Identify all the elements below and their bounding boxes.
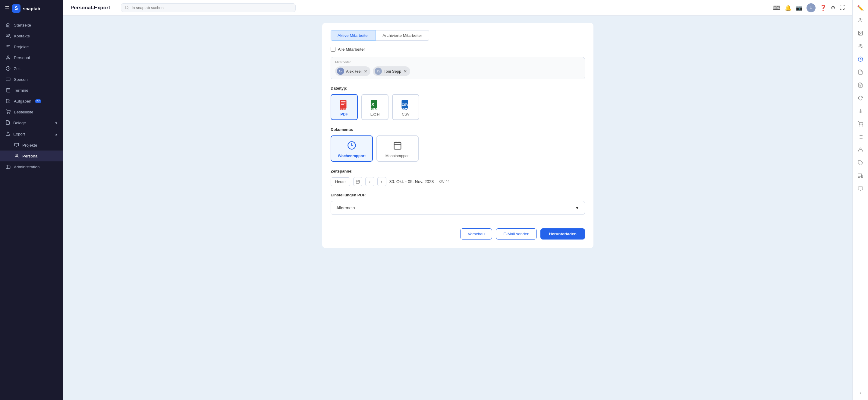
right-edit-icon[interactable]: ✏️ — [857, 5, 864, 11]
keyboard-icon[interactable]: ⌨ — [773, 4, 781, 11]
alle-mitarbeiter-label[interactable]: Alle Mitarbeiter — [338, 47, 365, 52]
sidebar-item-belege[interactable]: Belege ▼ — [0, 117, 63, 128]
dateityp-section: Dateityp: PDF PDF XXLS Excel — [331, 86, 585, 120]
dateityp-label: Dateityp: — [331, 86, 585, 90]
right-screen-icon[interactable] — [858, 186, 863, 193]
avatar[interactable]: U — [807, 3, 815, 12]
doc-wochenrapport[interactable]: Wochenrapport — [331, 136, 373, 162]
wochenrapport-icon — [347, 141, 356, 152]
svg-rect-65 — [858, 174, 861, 177]
personal-icon — [5, 55, 11, 60]
sidebar-item-export-personal[interactable]: Personal — [0, 150, 63, 162]
sidebar-item-zeit[interactable]: Zeit — [0, 63, 63, 74]
right-cart-icon[interactable] — [858, 121, 863, 128]
right-refresh-icon[interactable] — [858, 95, 863, 102]
sidebar-item-termine[interactable]: Termine — [0, 85, 63, 96]
filetype-excel[interactable]: XXLS Excel — [361, 94, 389, 120]
chip-close-alex[interactable]: ✕ — [364, 69, 367, 74]
heute-button[interactable]: Heute — [331, 177, 350, 186]
fullscreen-icon[interactable]: ⛶ — [840, 4, 845, 11]
svg-line-21 — [128, 8, 129, 9]
help-icon[interactable]: ❓ — [820, 4, 827, 11]
einstellungen-section: Einstellungen PDF: Allgemein ▼ — [331, 193, 585, 215]
menu-toggle[interactable]: ☰ — [5, 5, 10, 12]
content: Aktive Mitarbeiter Archivierte Mitarbeit… — [63, 16, 852, 400]
right-add-user-icon[interactable] — [858, 18, 863, 24]
topbar-actions: ⌨ 🔔 📷 U ❓ ⚙ ⛶ — [773, 3, 845, 12]
brand-name: snaptab — [23, 6, 40, 11]
right-truck-icon[interactable] — [858, 173, 863, 180]
tab-archivierte[interactable]: Archivierte Mitarbeiter — [376, 30, 429, 41]
right-people-icon[interactable] — [858, 44, 863, 50]
logo: S — [12, 4, 21, 13]
sidebar-item-administration[interactable]: Administration — [0, 162, 63, 172]
svg-point-13 — [10, 113, 10, 114]
alle-mitarbeiter-checkbox[interactable] — [331, 47, 336, 52]
export-chevron-icon: ▲ — [55, 133, 58, 136]
tab-aktive[interactable]: Aktive Mitarbeiter — [331, 30, 376, 41]
sidebar-label-personal: Personal — [14, 56, 30, 60]
right-image-icon[interactable] — [858, 30, 863, 37]
main-area: Personal-Export ⌨ 🔔 📷 U ❓ ⚙ ⛶ Aktive Mit… — [63, 0, 852, 400]
right-analytics-icon[interactable] — [858, 108, 863, 115]
svg-point-46 — [859, 32, 860, 33]
right-tag-icon[interactable] — [858, 160, 863, 167]
calendar-icon-button[interactable] — [353, 177, 362, 186]
right-receipt-icon[interactable] — [858, 69, 863, 76]
sidebar-label-export-projekte: Projekte — [22, 143, 37, 147]
sidebar-item-aufgaben[interactable]: Aufgaben 27 — [0, 96, 63, 107]
sidebar-item-bestellliste[interactable]: Bestellliste — [0, 107, 63, 117]
email-senden-button[interactable]: E-Mail senden — [496, 228, 537, 239]
mitarbeiter-field[interactable]: Mitarbeiter AF Alex Frei ✕ TS Toni Sepp … — [331, 57, 585, 79]
right-clock-icon[interactable] — [858, 56, 863, 63]
camera-icon[interactable]: 📷 — [796, 4, 802, 11]
svg-rect-38 — [356, 180, 359, 183]
prev-period-button[interactable]: ‹ — [365, 177, 374, 186]
svg-point-68 — [861, 177, 863, 178]
filetype-pdf-label: PDF — [341, 112, 348, 116]
vorschau-button[interactable]: Vorschau — [460, 228, 492, 239]
filetype-pdf[interactable]: PDF PDF — [331, 94, 358, 120]
zeitspanne-section: Zeitspanne: Heute ‹ › 30. Okt. - 05. Nov… — [331, 169, 585, 186]
svg-rect-23 — [341, 102, 346, 102]
doc-monatsrapport[interactable]: Monatsrapport — [376, 136, 418, 162]
sidebar-label-aufgaben: Aufgaben — [14, 99, 31, 104]
doc-monatsrapport-label: Monatsrapport — [385, 154, 410, 158]
herunterladen-button[interactable]: Herunterladen — [540, 228, 585, 239]
topbar: Personal-Export ⌨ 🔔 📷 U ❓ ⚙ ⛶ — [63, 0, 852, 16]
right-warning-icon[interactable] — [858, 147, 863, 154]
settings-icon[interactable]: ⚙ — [831, 4, 835, 11]
projekte-icon — [5, 44, 11, 50]
filetype-excel-label: Excel — [370, 112, 380, 116]
next-period-button[interactable]: › — [377, 177, 386, 186]
svg-rect-19 — [6, 166, 10, 169]
notifications-icon[interactable]: 🔔 — [785, 4, 792, 11]
sidebar-item-export[interactable]: Export ▲ — [0, 128, 63, 140]
chip-close-toni[interactable]: ✕ — [404, 69, 407, 74]
right-list-icon[interactable] — [858, 134, 863, 141]
sidebar-item-projekte[interactable]: Projekte — [0, 41, 63, 52]
belege-icon — [5, 120, 10, 126]
sidebar-item-spesen[interactable]: Spesen — [0, 74, 63, 85]
filetype-csv[interactable]: CSVCSV CSV — [392, 94, 419, 120]
sidebar-label-projekte: Projekte — [14, 45, 29, 49]
sidebar-label-spesen: Spesen — [14, 77, 28, 82]
right-collapse-icon[interactable]: › — [860, 390, 861, 395]
sidebar-item-kontakte[interactable]: Kontakte — [0, 30, 63, 41]
search-input[interactable] — [132, 5, 292, 10]
svg-point-55 — [862, 126, 863, 126]
einstellungen-allgemein-toggle[interactable]: Allgemein ▼ — [331, 201, 585, 215]
right-doc-icon[interactable] — [858, 82, 863, 89]
einstellungen-label: Einstellungen PDF: — [331, 193, 585, 197]
sidebar-label-termine: Termine — [14, 88, 28, 93]
aufgaben-badge: 27 — [35, 99, 41, 103]
sidebar-label-kontakte: Kontakte — [14, 34, 30, 38]
sidebar-item-startseite[interactable]: Startseite — [0, 20, 63, 30]
sidebar-nav: Startseite Kontakte Projekte Personal Ze — [0, 17, 63, 400]
sidebar-item-personal[interactable]: Personal — [0, 52, 63, 63]
date-range: 30. Okt. - 05. Nov. 2023 — [390, 179, 434, 184]
dokumente-section: Dokumente: Wochenrapport Monatsrapport — [331, 127, 585, 162]
sidebar-item-export-projekte[interactable]: Projekte — [0, 140, 63, 150]
cart-icon — [5, 109, 11, 115]
sidebar-label-administration: Administration — [14, 165, 40, 169]
